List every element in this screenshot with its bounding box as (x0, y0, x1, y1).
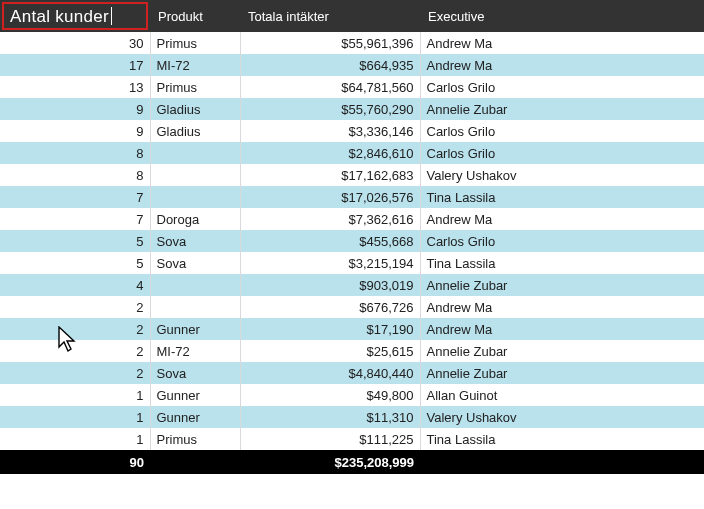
cell-product: Sova (150, 252, 240, 274)
cell-product (150, 296, 240, 318)
cell-executive: Carlos Grilo (420, 230, 704, 252)
total-revenue: $235,208,999 (240, 450, 420, 474)
cell-product: Primus (150, 76, 240, 98)
cell-product: Primus (150, 32, 240, 54)
cell-revenue: $25,615 (240, 340, 420, 362)
table-row[interactable]: 30Primus$55,961,396Andrew Ma (0, 32, 704, 54)
cell-revenue: $17,190 (240, 318, 420, 340)
cell-executive: Tina Lassila (420, 186, 704, 208)
cell-count: 5 (0, 252, 150, 274)
cell-revenue: $55,760,290 (240, 98, 420, 120)
table-row[interactable]: 5Sova$3,215,194Tina Lassila (0, 252, 704, 274)
cell-product: MI-72 (150, 340, 240, 362)
cell-count: 7 (0, 186, 150, 208)
cell-product: Sova (150, 230, 240, 252)
cell-executive: Andrew Ma (420, 296, 704, 318)
cell-revenue: $676,726 (240, 296, 420, 318)
cell-executive: Valery Ushakov (420, 406, 704, 428)
table-row[interactable]: 9Gladius$3,336,146Carlos Grilo (0, 120, 704, 142)
cell-executive: Andrew Ma (420, 208, 704, 230)
cell-executive: Carlos Grilo (420, 142, 704, 164)
cell-revenue: $17,162,683 (240, 164, 420, 186)
cell-product: MI-72 (150, 54, 240, 76)
cell-revenue: $3,215,194 (240, 252, 420, 274)
cell-executive: Annelie Zubar (420, 362, 704, 384)
cell-revenue: $17,026,576 (240, 186, 420, 208)
cell-revenue: $49,800 (240, 384, 420, 406)
table-row[interactable]: 1Gunner$11,310Valery Ushakov (0, 406, 704, 428)
cell-executive: Annelie Zubar (420, 274, 704, 296)
cell-product: Sova (150, 362, 240, 384)
cell-count: 2 (0, 362, 150, 384)
cell-count: 13 (0, 76, 150, 98)
table-row[interactable]: 2Sova$4,840,440Annelie Zubar (0, 362, 704, 384)
cell-count: 9 (0, 98, 150, 120)
cell-revenue: $7,362,616 (240, 208, 420, 230)
cell-product: Doroga (150, 208, 240, 230)
cell-executive: Andrew Ma (420, 318, 704, 340)
cell-count: 8 (0, 164, 150, 186)
cell-revenue: $4,840,440 (240, 362, 420, 384)
table-row[interactable]: 2Gunner$17,190Andrew Ma (0, 318, 704, 340)
cell-revenue: $55,961,396 (240, 32, 420, 54)
column-header-edit-text: Antal kunder (10, 7, 109, 26)
cell-count: 17 (0, 54, 150, 76)
cell-count: 1 (0, 428, 150, 450)
cell-product (150, 274, 240, 296)
cell-executive: Valery Ushakov (420, 164, 704, 186)
cell-revenue: $903,019 (240, 274, 420, 296)
column-header-edit-input[interactable]: Antal kunder (2, 2, 148, 30)
cell-executive: Tina Lassila (420, 252, 704, 274)
cell-count: 2 (0, 318, 150, 340)
cell-count: 5 (0, 230, 150, 252)
cell-product: Gladius (150, 98, 240, 120)
cell-product: Gladius (150, 120, 240, 142)
table-row[interactable]: 1Gunner$49,800Allan Guinot (0, 384, 704, 406)
cell-count: 30 (0, 32, 150, 54)
cell-executive: Carlos Grilo (420, 76, 704, 98)
cell-product (150, 186, 240, 208)
cell-revenue: $2,846,610 (240, 142, 420, 164)
cell-revenue: $664,935 (240, 54, 420, 76)
text-caret (111, 7, 112, 25)
cell-product: Gunner (150, 384, 240, 406)
table-row[interactable]: 1Primus$111,225Tina Lassila (0, 428, 704, 450)
cell-executive: Andrew Ma (420, 54, 704, 76)
cell-product (150, 142, 240, 164)
table-row[interactable]: 17MI-72$664,935Andrew Ma (0, 54, 704, 76)
cell-product: Gunner (150, 406, 240, 428)
cell-executive: Andrew Ma (420, 32, 704, 54)
cell-executive: Allan Guinot (420, 384, 704, 406)
totals-row: 90$235,208,999 (0, 450, 704, 474)
cell-product (150, 164, 240, 186)
table-row[interactable]: 7Doroga$7,362,616Andrew Ma (0, 208, 704, 230)
cell-product: Primus (150, 428, 240, 450)
cell-revenue: $111,225 (240, 428, 420, 450)
table-row[interactable]: 5Sova$455,668Carlos Grilo (0, 230, 704, 252)
cell-count: 9 (0, 120, 150, 142)
table-row[interactable]: 7$17,026,576Tina Lassila (0, 186, 704, 208)
cell-count: 7 (0, 208, 150, 230)
cell-count: 4 (0, 274, 150, 296)
cell-executive: Annelie Zubar (420, 98, 704, 120)
cell-executive: Tina Lassila (420, 428, 704, 450)
cell-count: 8 (0, 142, 150, 164)
cell-count: 2 (0, 340, 150, 362)
table-row[interactable]: 2MI-72$25,615Annelie Zubar (0, 340, 704, 362)
total-count: 90 (0, 450, 150, 474)
cell-count: 1 (0, 406, 150, 428)
table-row[interactable]: 4$903,019Annelie Zubar (0, 274, 704, 296)
table-row[interactable]: 13Primus$64,781,560Carlos Grilo (0, 76, 704, 98)
table-row[interactable]: 9Gladius$55,760,290Annelie Zubar (0, 98, 704, 120)
cell-executive: Carlos Grilo (420, 120, 704, 142)
cell-count: 1 (0, 384, 150, 406)
table-row[interactable]: 8$17,162,683Valery Ushakov (0, 164, 704, 186)
col-header-executive[interactable]: Executive (420, 0, 704, 32)
table-row[interactable]: 8$2,846,610Carlos Grilo (0, 142, 704, 164)
col-header-revenue[interactable]: Totala intäkter (240, 0, 420, 32)
col-header-product[interactable]: Produkt (150, 0, 240, 32)
cell-revenue: $64,781,560 (240, 76, 420, 98)
cell-product: Gunner (150, 318, 240, 340)
data-table[interactable]: Produkt Totala intäkter Executive 30Prim… (0, 0, 704, 474)
table-row[interactable]: 2$676,726Andrew Ma (0, 296, 704, 318)
